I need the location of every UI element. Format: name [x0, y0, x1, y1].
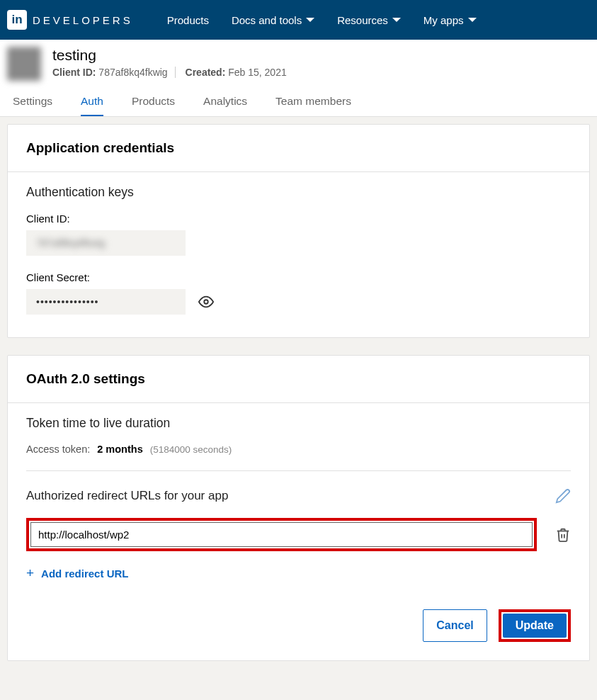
nav-products[interactable]: Products	[167, 14, 209, 26]
nav-docs[interactable]: Docs and tools	[232, 14, 314, 26]
caret-down-icon	[468, 18, 477, 22]
access-token-label: Access token:	[26, 444, 90, 455]
access-token-value: 2 months	[97, 444, 142, 455]
card-title-credentials: Application credentials	[8, 125, 589, 171]
caret-down-icon	[392, 18, 401, 22]
svg-point-0	[204, 300, 208, 304]
tab-analytics[interactable]: Analytics	[203, 95, 247, 116]
client-secret-value: •••••••••••••••	[26, 289, 186, 315]
delete-redirect-icon[interactable]	[555, 526, 571, 543]
client-secret-label: Client Secret:	[26, 271, 571, 283]
add-redirect-url-button[interactable]: + Add redirect URL	[26, 565, 571, 581]
card-credentials: Application credentials Authentication k…	[7, 124, 590, 338]
redirect-url-highlight	[26, 518, 537, 551]
top-nav: in DEVELOPERS Products Docs and tools Re…	[0, 0, 597, 40]
client-id-value: 787af8kq4fkwig	[26, 230, 186, 256]
tab-settings[interactable]: Settings	[13, 95, 52, 116]
card-title-oauth: OAuth 2.0 settings	[8, 356, 589, 402]
app-avatar	[7, 47, 41, 81]
tab-products[interactable]: Products	[132, 95, 175, 116]
brand-text: DEVELOPERS	[33, 14, 133, 26]
caret-down-icon	[306, 18, 314, 22]
redirect-urls-title: Authorized redirect URLs for your app	[26, 489, 228, 503]
linkedin-logo-icon[interactable]: in	[7, 10, 27, 30]
nav-resources[interactable]: Resources	[337, 14, 401, 26]
card-oauth: OAuth 2.0 settings Token time to live du…	[7, 355, 590, 661]
app-title: testing	[52, 47, 287, 64]
divider	[26, 470, 571, 471]
update-button-highlight: Update	[499, 609, 571, 642]
auth-keys-title: Authentication keys	[26, 185, 571, 200]
update-button[interactable]: Update	[503, 614, 567, 638]
redirect-url-input[interactable]	[30, 522, 533, 547]
app-header: testing Client ID: 787af8kq4fkwig Create…	[0, 40, 597, 117]
ttl-title: Token time to live duration	[26, 416, 571, 431]
cancel-button[interactable]: Cancel	[423, 609, 487, 642]
app-meta: Client ID: 787af8kq4fkwig Created: Feb 1…	[52, 67, 287, 78]
client-id-label: Client ID:	[26, 213, 571, 225]
nav-myapps[interactable]: My apps	[423, 14, 477, 26]
edit-redirect-icon[interactable]	[555, 488, 571, 504]
tab-auth[interactable]: Auth	[81, 95, 103, 116]
tabs: Settings Auth Products Analytics Team me…	[7, 95, 584, 116]
access-token-seconds: (5184000 seconds)	[150, 444, 232, 455]
reveal-secret-icon[interactable]	[198, 294, 214, 310]
plus-icon: +	[26, 565, 34, 581]
tab-team[interactable]: Team members	[275, 95, 351, 116]
